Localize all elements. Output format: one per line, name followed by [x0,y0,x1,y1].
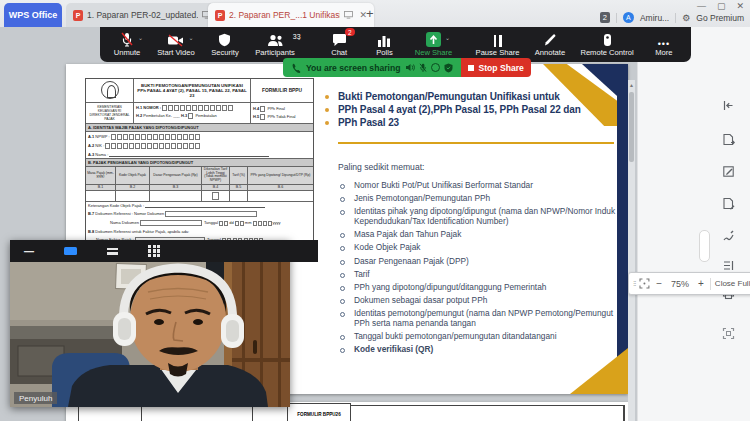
bullet-item: Kode Objek Pajak [338,243,620,253]
gallery-view-icon[interactable] [148,245,160,257]
maximize-button[interactable]: ▢ [717,1,726,11]
participant-video-window[interactable]: — [10,240,290,407]
shield-icon [218,32,231,47]
section-a-header: A. IDENTITAS WAJIB PAJAK YANG DIPOTONG/D… [86,124,313,132]
scrollbar-thumb[interactable] [629,92,634,162]
remote-control-button[interactable]: Remote Control [580,32,633,57]
zoom-level[interactable]: 75% [668,279,692,289]
list-view-icon[interactable] [107,248,118,255]
screen-share-banner: You are screen sharing Stop Share [283,58,531,77]
formulir-bppu-label: FORMULIR BPPU [251,79,313,102]
video-feed: Penyuluh [10,262,290,407]
pph-tidak-final-row: H.5 PPh Tidak Final [253,114,311,120]
bullet-item: Identitas pihak yang dipotong/dipungut (… [338,207,620,227]
participants-button[interactable]: 33 ⌄ Participants [255,32,295,57]
npwp-row: A.1 NPWP : [86,132,313,141]
annotate-button[interactable]: Annotate [535,32,565,57]
start-video-button[interactable]: ⌄ Start Video [157,32,194,57]
form-title2: PPh PASAL 4 AYAT (2), PASAL 15, PASAL 22… [136,88,248,98]
form-nomor-row: H.1 NOMOR : [136,105,248,111]
section-b-column-headers: Masa Pajak (mm-yyyy) Kode Objek Pajak Da… [86,167,313,185]
video-window-titlebar: — [10,240,318,262]
drag-handle-icon[interactable]: ⁝⁝ [633,280,635,288]
stop-icon [468,65,474,71]
fit-screen-icon[interactable] [639,278,650,289]
shield-check-icon [444,63,453,73]
minimize-button[interactable]: — [697,1,706,11]
remote-control-icon [603,32,612,47]
more-button[interactable]: ••• More [649,32,679,57]
pdf-scrollbar[interactable]: ▲ [628,80,635,421]
wps-zoom-bar: ⁝⁝ − 75% + Close Full S [628,272,750,295]
section-b-empty-row [86,191,313,202]
tax-form-image: BUKTI PEMOTONGAN/PEMUNGUTAN UNIFIKASI PP… [85,78,314,255]
tab-label: 1. Paparan PER-02_updated.pdf [87,10,198,20]
b8-row: B.8 Dokumen Referensi untuk Faktur Pajak… [86,228,313,236]
slide-intro: Paling sedikit memuat: [338,162,424,172]
title-underline [338,142,614,144]
bullet-item: Masa Pajak dan Tahun Pajak [338,230,620,240]
form-pembetulan-row: H.2 Pembetulan Ke- ___ H.3 Pembatalan [136,113,248,119]
polls-button[interactable]: Polls [369,32,399,57]
premium-gear-icon: ⚙ [682,13,690,23]
mic-muted-icon [419,63,427,73]
go-premium-button[interactable]: Go Premium [696,13,744,23]
participant-video-scene [10,262,290,407]
bullet-item: PPh yang dipotong/dipungut/ditanggung Pe… [338,283,620,293]
scroll-up-icon[interactable]: ▲ [628,82,635,88]
share-screen-icon: ⌄ [426,32,441,47]
chat-button[interactable]: 2 Chat [324,32,354,57]
tab-paparan-per02[interactable]: P 1. Paparan PER-02_updated.pdf [66,3,218,27]
new-tab-button[interactable]: + [366,6,374,21]
chevron-down-icon[interactable]: ⌄ [445,34,450,41]
close-button[interactable]: ✕ [736,1,744,11]
slide-title: Bukti Pemotongan/Pemungutan Unifikasi un… [338,90,618,129]
pencil-icon [543,32,557,47]
security-button[interactable]: Security [210,32,240,57]
pause-share-button[interactable]: Pause Share [476,32,520,57]
bullet-item: Jenis Pemotongan/Pemungutan PPh [338,194,620,204]
bullet-item: Tarif [338,270,620,280]
wps-titlebar: WPS Office P 1. Paparan PER-02_updated.p… [0,0,750,28]
bullet-item: Dokumen sebagai dasar potput PPh [338,296,620,306]
wps-office-button[interactable]: WPS Office [4,3,62,27]
avatar[interactable]: A [623,12,634,23]
zoom-out-button[interactable]: − [654,278,664,289]
ministry-line2: DIREKTORAT JENDERAL PAJAK [88,113,131,121]
sign-stamp-icon[interactable] [718,225,738,245]
minimize-video-icon[interactable]: — [24,246,34,257]
chat-badge: 2 [345,28,355,36]
tab-paparan-unifikasi[interactable]: P 2. Paparan PER_...1 Unifikasi.pdf ✕ [208,3,374,27]
chevron-down-icon[interactable]: ⌄ [138,34,143,41]
slide-bullet-list: Nomor Bukti Pot/Put Unifikasi Berformat … [338,181,620,359]
panel-scrollbar-thumb[interactable] [699,230,710,262]
unmute-button[interactable]: ⌄ Unmute [112,32,142,57]
account-area: 2 A Amiru... ⚙ Go Premium [600,12,744,23]
annotate-doc-icon[interactable] [718,193,738,213]
chevron-down-icon[interactable]: ⌄ [297,34,302,41]
record-icon [431,63,440,72]
title-bullet-dot [325,121,329,125]
edit-doc-icon[interactable] [718,161,738,181]
collapse-panel-icon[interactable] [718,95,738,115]
b7-row2: Nama Dokumen Tanggal dd mm yyyy [86,219,313,228]
close-fullscreen-button[interactable]: Close Full S [715,279,750,288]
nik-row: A.2 NIK : [86,141,313,150]
divider [710,278,711,290]
new-share-button[interactable]: ⌄ New Share [415,32,453,57]
divider [616,13,617,23]
zoom-in-button[interactable]: + [696,278,706,289]
stop-share-button[interactable]: Stop Share [461,58,530,77]
screenshot-icon[interactable] [718,323,738,343]
chevron-down-icon[interactable]: ⌄ [188,34,193,41]
export-doc-icon[interactable] [718,129,738,149]
active-speaker-view-icon[interactable] [64,247,77,255]
speaker-icon [405,63,415,72]
formulir-bppu26-label: FORMULIR BPPU26 [287,403,351,421]
mic-muted-icon: ⌄ [120,32,134,47]
bullet-item: Nomor Bukti Pot/Put Unifikasi Berformat … [338,181,620,191]
account-name[interactable]: Amiru... [640,13,669,23]
participants-icon: 33 ⌄ [267,32,284,47]
pdf-icon: P [73,10,83,21]
ministry-line1: KEMENTERIAN KEUANGAN RI [88,105,131,113]
